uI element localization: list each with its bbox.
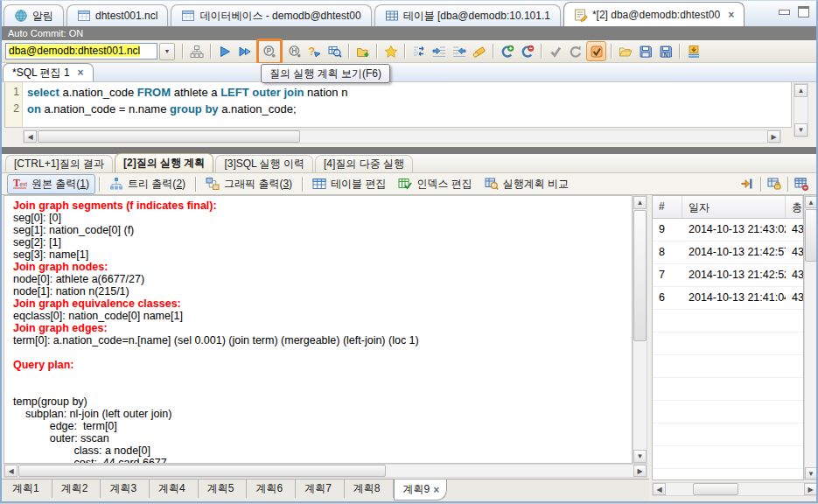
plan-line: subplan: nl-join (left outer join) — [13, 408, 632, 420]
sql-code[interactable]: select a.nation_code FROM athlete a LEFT… — [23, 82, 347, 127]
run-query-button[interactable] — [215, 42, 234, 60]
scroll-left-icon[interactable]: ◀ — [24, 130, 37, 143]
plan-tab[interactable]: 계획9× — [394, 480, 448, 500]
history-horizontal-scrollbar[interactable]: ◀ ▶ — [652, 482, 818, 496]
maximize-icon[interactable] — [798, 6, 809, 18]
column-header[interactable]: 일자 — [682, 196, 786, 218]
save-as-button[interactable]: N — [656, 42, 675, 60]
chevron-down-icon[interactable]: ▼ — [159, 43, 175, 60]
close-icon[interactable]: × — [78, 67, 84, 78]
plan-history-button[interactable]: H — [285, 42, 304, 60]
plan-horizontal-scrollbar[interactable]: ◀ ▶ — [3, 464, 647, 478]
scrollbar-thumb[interactable] — [633, 210, 647, 341]
export-button[interactable] — [684, 42, 703, 60]
plan-tab[interactable]: 계획8 — [345, 480, 394, 498]
table-edit-button[interactable]: 테이블 편집 — [306, 174, 392, 194]
compare-plan-button[interactable]: 실행계획 비교 — [479, 174, 575, 194]
close-icon[interactable]: × — [433, 485, 439, 495]
close-icon[interactable]: × — [728, 10, 734, 20]
scroll-up-icon[interactable]: ▲ — [805, 196, 817, 208]
plan-tab[interactable]: 계획5 — [199, 480, 248, 498]
top-tab[interactable]: dhtest001.ncl — [66, 4, 168, 26]
scroll-left-icon[interactable]: ◀ — [653, 483, 666, 495]
plan-line — [13, 383, 632, 396]
connection-combo-value[interactable]: dba@demodb:dhtest001.ncl — [5, 43, 157, 60]
scrollbar-thumb[interactable] — [693, 483, 738, 495]
table-header[interactable]: #일자총 — [653, 196, 803, 219]
graphic-output-button[interactable]: 그래픽 출력(3) — [199, 174, 298, 194]
scroll-up-icon[interactable]: ▲ — [794, 84, 808, 97]
add-schema-button[interactable] — [353, 42, 372, 60]
export-plan-button[interactable] — [738, 175, 757, 192]
plan-tab[interactable]: 계획3 — [101, 480, 150, 498]
sql-editor-tab[interactable]: *SQL 편집 1 × — [3, 63, 94, 81]
editor-horizontal-scrollbar[interactable]: ◀ ▶ — [23, 130, 781, 144]
scroll-right-icon[interactable]: ▶ — [633, 465, 647, 477]
scrollbar-thumb[interactable] — [38, 130, 300, 143]
column-header[interactable]: 총 — [786, 196, 803, 218]
result-tab[interactable]: [2]질의 실행 계획 — [115, 153, 213, 172]
history-vertical-scrollbar[interactable]: ▲ ▼ — [804, 195, 818, 480]
scroll-down-icon[interactable]: ▼ — [805, 467, 817, 480]
result-tab[interactable]: [CTRL+1]질의 결과 — [5, 155, 113, 172]
search-table-button[interactable] — [325, 42, 344, 60]
plan-table-lock-button[interactable] — [765, 175, 784, 192]
plan-tab[interactable]: 계획7 — [296, 480, 345, 498]
check-icon — [549, 45, 563, 59]
sql-editor-area[interactable]: 12 select a.nation_code FROM athlete a L… — [4, 81, 792, 128]
top-tab[interactable]: *[2] dba@demodb:dhtest00× — [563, 2, 745, 26]
autocommit-toggle-button[interactable] — [586, 41, 606, 61]
scroll-right-icon[interactable]: ▶ — [804, 483, 817, 495]
top-tab[interactable]: 데이터베이스 - demodb@dhtest00 — [171, 4, 371, 26]
rollback-button[interactable] — [518, 42, 536, 60]
scroll-left-icon[interactable]: ◀ — [4, 465, 17, 477]
indent-button[interactable] — [430, 42, 448, 60]
result-tab[interactable]: [3]SQL 실행 이력 — [215, 155, 313, 172]
save-button[interactable] — [636, 42, 654, 60]
table-row[interactable]: 62014-10-13 21:41:0443 — [653, 287, 803, 310]
scrollbar-thumb[interactable] — [805, 209, 817, 262]
format-sql-button[interactable] — [409, 42, 428, 60]
plan-tab[interactable]: 계획1 — [3, 480, 52, 498]
check-button[interactable] — [546, 42, 564, 60]
table-row[interactable]: 82014-10-13 21:42:5743 — [653, 242, 803, 264]
column-header[interactable]: # — [653, 196, 682, 218]
plan-tab[interactable]: 계획4 — [150, 480, 199, 498]
table-row[interactable]: 92014-10-13 21:43:0243 — [653, 219, 803, 242]
plan-output-area[interactable]: Join graph segments (f indicates final):… — [3, 195, 633, 464]
plan-tab-label: 계획5 — [207, 481, 234, 496]
scroll-down-icon[interactable]: ▼ — [794, 123, 808, 136]
result-tab[interactable]: [4]질의 다중 실행 — [315, 155, 413, 172]
scroll-up-icon[interactable]: ▲ — [633, 196, 647, 209]
clear-editor-button[interactable] — [470, 42, 488, 60]
query-tuning-button[interactable]: ? — [305, 42, 324, 60]
tree-output-button[interactable]: 트리 출력(2) — [103, 174, 192, 194]
sql-keyword: select — [27, 86, 59, 99]
plan-table-remove-button[interactable] — [792, 175, 811, 192]
top-tab[interactable]: 알림 — [3, 4, 64, 26]
revert-button[interactable] — [566, 42, 584, 60]
index-edit-button[interactable]: 인덱스 편집 — [392, 174, 478, 194]
plan-action-buttons — [738, 175, 811, 192]
top-tab[interactable]: 테이블 [dba@demodb:10.101.1 — [374, 4, 561, 26]
plan-vertical-scrollbar[interactable]: ▲ ▼ — [633, 195, 647, 464]
commit-button[interactable] — [498, 42, 516, 60]
text-output-button[interactable]: Text원본 출력(1) — [7, 174, 95, 194]
schema-hierarchy-button[interactable] — [187, 42, 206, 60]
run-all-queries-button[interactable] — [235, 42, 254, 60]
plan-tab[interactable]: 계획2 — [52, 480, 101, 498]
view-execution-plan-button[interactable]: P — [256, 38, 283, 65]
plan-tab[interactable]: 계획6 — [247, 480, 296, 498]
outdent-button[interactable] — [450, 42, 468, 60]
favorites-button[interactable] — [381, 42, 400, 60]
scroll-right-icon[interactable]: ▶ — [767, 130, 780, 143]
line-number-gutter: 12 — [5, 82, 23, 127]
scrollbar-thumb[interactable] — [18, 465, 386, 477]
plan-history-table[interactable]: #일자총 92014-10-13 21:43:024382014-10-13 2… — [652, 195, 804, 480]
scroll-down-icon[interactable]: ▼ — [633, 450, 647, 463]
table-row[interactable]: 72014-10-13 21:42:5243 — [653, 264, 803, 287]
open-file-button[interactable] — [616, 42, 634, 60]
connection-combo[interactable]: dba@demodb:dhtest001.ncl ▼ — [5, 43, 175, 60]
editor-vertical-scrollbar[interactable]: ▲ ▼ — [794, 83, 808, 137]
minimize-icon[interactable] — [779, 10, 790, 15]
